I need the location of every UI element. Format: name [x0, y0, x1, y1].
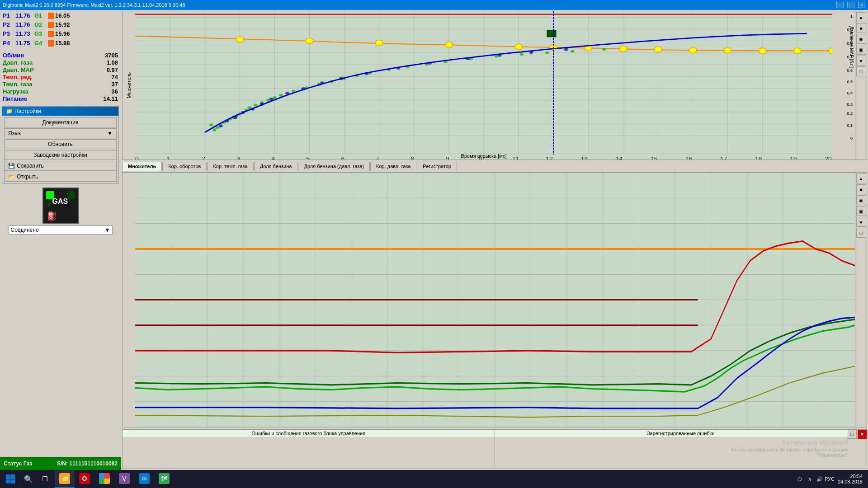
open-label: Открыть [17, 174, 38, 180]
tab-petrol-pressure[interactable]: Доля бензина (давл. газа) [298, 162, 370, 171]
docs-button[interactable]: Документация [4, 117, 117, 127]
factory-button[interactable]: Заводские настройки [4, 150, 117, 160]
tool-star[interactable]: ★ [856, 56, 866, 66]
error-left-body: Активация Windows Чтобы активировать Win… [123, 437, 495, 460]
svg-text:1: 1 [850, 14, 853, 19]
svg-point-47 [209, 123, 213, 127]
taskbar-app-opera[interactable]: O [75, 470, 94, 488]
taskbar-app-chrome[interactable] [94, 470, 114, 488]
tab-petrol-share[interactable]: Доля бензина [254, 162, 298, 171]
lang-label: Язык [8, 130, 21, 136]
windows-logo [6, 474, 15, 483]
tab-registrator[interactable]: Регистратор [417, 162, 457, 171]
svg-point-33 [236, 37, 244, 42]
svg-point-78 [602, 48, 606, 51]
tray-volume-icon[interactable]: 🔊 [815, 474, 824, 483]
svg-point-77 [571, 50, 574, 53]
error-left-panel: Ошибки и сообщения газового блока управл… [123, 430, 495, 469]
svg-point-44 [759, 48, 766, 54]
g2-value: 15.92 [55, 21, 73, 29]
taskbar-clock[interactable]: 20:54 24.08.2018 [835, 474, 865, 484]
gas-icon-box[interactable]: GAS ⛽ [42, 188, 79, 224]
btool-star[interactable]: ★ [856, 217, 866, 227]
maps-icon: 🗺 [159, 473, 170, 484]
tab-gas-temp[interactable]: Кор. темп. газа [207, 162, 253, 171]
temp-gas-label: Темп. газа [3, 81, 32, 88]
tool-box[interactable]: □ [856, 66, 866, 76]
taskbar-task-view[interactable]: ❐ [37, 470, 53, 488]
update-button[interactable]: Обновить [4, 139, 117, 149]
gas-pump-icon: ⛽ [47, 211, 57, 221]
save-button[interactable]: 💾 Сохранить [4, 161, 117, 171]
top-chart-area[interactable]: 0 1 2 3 4 5 6 7 8 9 10 11 12 13 14 15 16 [135, 11, 832, 160]
tab-multiplier[interactable]: Множитель [122, 162, 162, 171]
svg-point-45 [793, 48, 801, 54]
tool-square[interactable]: ■ [856, 23, 866, 33]
g3-icon [48, 31, 54, 37]
btool-grid[interactable]: ▣ [856, 206, 866, 216]
bottom-y-axis-space [123, 173, 135, 427]
btool-square[interactable]: ■ [856, 184, 866, 194]
tray-arrow-icon[interactable]: ∧ [805, 474, 814, 483]
error-minimize-button[interactable]: □ [848, 430, 857, 439]
save-icon: 💾 [8, 163, 15, 169]
gas-label: GAS [52, 197, 68, 206]
clock-time: 20:54 [838, 474, 863, 479]
svg-rect-97 [547, 30, 556, 37]
temp-red-value: 74 [112, 74, 118, 80]
bottom-chart-area[interactable]: 0 0,5 1 1,5 2 2,5 3 3,5 4 4,5 0 10 20 30… [135, 173, 855, 427]
tab-petrol-label: Доля бензина [260, 164, 292, 169]
tool-grid[interactable]: ▣ [856, 45, 866, 55]
taskbar-apps: 📁 O V ✉ 🗺 [55, 470, 174, 488]
svg-point-40 [619, 46, 627, 52]
svg-point-48 [212, 128, 216, 131]
close-button[interactable]: × [858, 2, 865, 8]
taskbar-app-mail[interactable]: ✉ [134, 470, 154, 488]
svg-point-35 [375, 40, 383, 46]
svg-point-37 [515, 44, 523, 50]
svg-text:2: 2 [202, 156, 205, 160]
g1-icon [48, 13, 54, 19]
btool-up[interactable]: ▲ [856, 174, 866, 183]
svg-point-34 [306, 38, 313, 44]
svg-point-43 [724, 47, 731, 53]
sensors-panel: P1 11.76 G1 16.05 P2 11.76 G2 15.92 P3 1… [0, 10, 121, 50]
bottom-chart-toolbar: ▲ ■ ◉ ▣ ★ □ [855, 173, 867, 427]
p2-label: P2 [3, 21, 15, 29]
minimize-button[interactable]: − [836, 2, 844, 8]
tray-network-icon[interactable]: ⬡ [795, 474, 804, 483]
tool-circle[interactable]: ◉ [856, 34, 866, 44]
g2-icon [48, 22, 54, 28]
connect-arrow-icon: ▼ [105, 227, 110, 233]
g1-value: 16.05 [55, 12, 73, 20]
svg-text:0,5: 0,5 [847, 80, 853, 84]
svg-text:0: 0 [850, 136, 853, 141]
connect-select[interactable]: Соединено ▼ [9, 225, 113, 235]
taskbar-search[interactable]: 🔍 [20, 470, 37, 488]
title-bar: Digitronic Maxi2 0.26.0.8954 Firmware: M… [0, 0, 868, 10]
left-panel: P1 11.76 G1 16.05 P2 11.76 G2 15.92 P3 1… [0, 10, 121, 470]
tray-lang[interactable]: РУС [825, 474, 834, 483]
taskbar-app-filemanager[interactable]: 📁 [55, 470, 75, 488]
error-close-button[interactable]: × [858, 430, 867, 439]
maximize-button[interactable]: □ [847, 2, 854, 8]
svg-text:19: 19 [790, 156, 797, 160]
svg-text:15: 15 [651, 156, 658, 160]
svg-text:5: 5 [306, 156, 310, 160]
taskbar-app-viber[interactable]: V [114, 470, 134, 488]
tab-rpm-correction[interactable]: Кор. оборотов [162, 162, 207, 171]
start-button[interactable] [0, 470, 20, 488]
btool-box[interactable]: □ [856, 228, 866, 238]
settings-header[interactable]: 📁 Настройки [2, 107, 118, 116]
open-icon: 📂 [8, 174, 15, 180]
btool-circle[interactable]: ◉ [856, 195, 866, 205]
tool-up[interactable]: ▲ [856, 12, 866, 22]
svg-text:0,1: 0,1 [847, 123, 853, 128]
y-axis-left-label: Множитель [123, 11, 135, 160]
rpm-row: Об/мин 3705 [3, 52, 118, 59]
lang-button[interactable]: Язык ▼ [4, 128, 117, 138]
svg-text:0,3: 0,3 [847, 102, 853, 107]
taskbar-app-maps[interactable]: 🗺 [154, 470, 174, 488]
tab-gas-pressure[interactable]: Кор. давл. газа [370, 162, 416, 171]
open-button[interactable]: 📂 Открыть [4, 172, 117, 182]
